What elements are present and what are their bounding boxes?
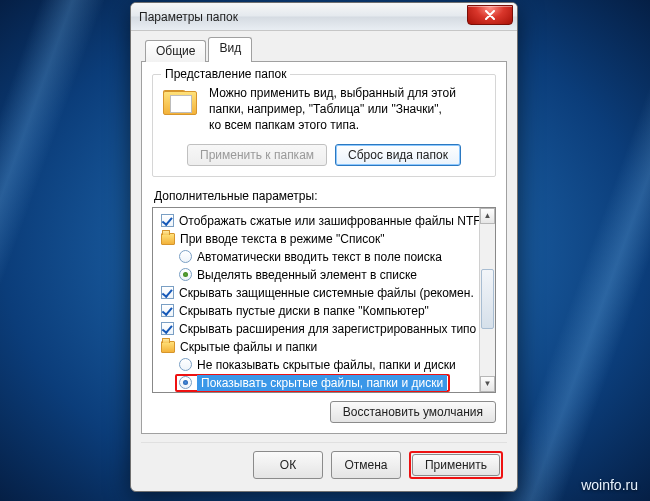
tab-general[interactable]: Общие [145, 40, 206, 62]
tree-row[interactable]: Не показывать скрытые файлы, папки и дис… [155, 356, 477, 374]
tree-row[interactable]: Автоматически вводить текст в поле поиск… [155, 248, 477, 266]
titlebar[interactable]: Параметры папок [131, 3, 517, 31]
tree-row[interactable]: Скрывать защищенные системные файлы (рек… [155, 284, 477, 302]
radio-checked-icon[interactable] [179, 376, 192, 389]
apply-button[interactable]: Применить [412, 454, 500, 476]
watermark: woinfo.ru [581, 477, 638, 493]
tree-row[interactable]: При вводе текста в режиме "Список" [155, 230, 477, 248]
folder-options-window: Параметры папок Общие Вид Представление … [130, 2, 518, 492]
checkbox-checked-icon[interactable] [161, 286, 174, 299]
highlight-show-hidden: Показывать скрытые файлы, папки и диски [175, 374, 450, 392]
checkbox-checked-icon[interactable] [161, 214, 174, 227]
tree-row-show-hidden[interactable]: Показывать скрытые файлы, папки и диски [155, 374, 477, 392]
groupbox-legend: Представление папок [161, 67, 290, 81]
tree-row[interactable]: Скрывать расширения для зарегистрированн… [155, 320, 477, 338]
folder-views-groupbox: Представление папок Можно применить вид,… [152, 74, 496, 177]
tab-view[interactable]: Вид [208, 37, 252, 62]
folder-views-icon [161, 85, 201, 125]
scroll-thumb[interactable] [481, 269, 494, 329]
tree-row[interactable]: Отображать сжатые или зашифрованные файл… [155, 212, 477, 230]
advanced-settings-tree[interactable]: Отображать сжатые или зашифрованные файл… [152, 207, 496, 393]
folder-icon [161, 341, 175, 353]
scroll-up-button[interactable]: ▲ [480, 208, 495, 224]
cancel-button[interactable]: Отмена [331, 451, 401, 479]
radio-unchecked-icon[interactable] [179, 250, 192, 263]
groupbox-description: Можно применить вид, выбранный для этой … [209, 85, 456, 134]
tree-row[interactable]: Скрывать пустые диски в папке "Компьютер… [155, 302, 477, 320]
close-icon [485, 10, 495, 20]
tree-row[interactable]: Скрытые файлы и папки [155, 338, 477, 356]
scrollbar[interactable]: ▲ ▼ [479, 208, 495, 392]
reset-folder-view-button[interactable]: Сброс вида папок [335, 144, 461, 166]
advanced-settings-label: Дополнительные параметры: [154, 189, 496, 203]
close-button[interactable] [467, 5, 513, 25]
tree-row[interactable]: Выделять введенный элемент в списке [155, 266, 477, 284]
radio-unchecked-icon[interactable] [179, 358, 192, 371]
apply-to-folders-button: Применить к папкам [187, 144, 327, 166]
folder-icon [161, 233, 175, 245]
scroll-down-button[interactable]: ▼ [480, 376, 495, 392]
scroll-track[interactable] [480, 224, 495, 376]
highlight-apply: Применить [409, 451, 503, 479]
selected-label: Показывать скрытые файлы, папки и диски [197, 375, 447, 391]
checkbox-checked-icon[interactable] [161, 304, 174, 317]
window-title: Параметры папок [139, 10, 238, 24]
tabstrip: Общие Вид [141, 37, 507, 62]
ok-button[interactable]: ОК [253, 451, 323, 479]
tabpanel-view: Представление папок Можно применить вид,… [141, 61, 507, 434]
radio-checked-icon[interactable] [179, 268, 192, 281]
checkbox-checked-icon[interactable] [161, 322, 174, 335]
dialog-button-bar: ОК Отмена Применить [141, 442, 507, 481]
restore-defaults-button[interactable]: Восстановить умолчания [330, 401, 496, 423]
